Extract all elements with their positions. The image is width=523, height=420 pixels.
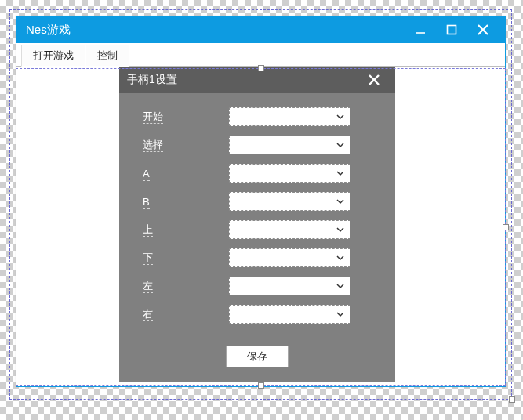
row-b: B	[135, 192, 380, 211]
label-left: 左	[135, 279, 229, 293]
combo-right[interactable]	[229, 305, 350, 324]
row-up: 上	[135, 220, 380, 239]
menu-control-label: 控制	[97, 49, 118, 63]
save-button[interactable]: 保存	[226, 346, 289, 368]
label-down: 下	[135, 251, 229, 265]
combo-select[interactable]	[229, 136, 350, 154]
client-area: 手柄1设置 开始 选择	[16, 67, 505, 386]
close-icon	[366, 72, 382, 88]
row-left: 左	[135, 277, 380, 295]
window-title: Nes游戏	[23, 23, 405, 38]
row-down: 下	[135, 248, 380, 267]
menu-open-game[interactable]: 打开游戏	[21, 45, 85, 67]
dialog-title-bar[interactable]: 手柄1设置	[119, 67, 395, 93]
minimize-button[interactable]	[405, 16, 436, 43]
row-right: 右	[135, 305, 380, 324]
label-up: 上	[135, 223, 229, 237]
maximize-button[interactable]	[436, 16, 467, 43]
chevron-down-icon	[336, 225, 345, 234]
maximize-icon	[445, 24, 458, 36]
close-button[interactable]	[467, 16, 499, 43]
label-a: A	[135, 168, 229, 179]
combo-a[interactable]	[229, 164, 350, 183]
dialog-close-button[interactable]	[361, 67, 387, 93]
menu-control[interactable]: 控制	[85, 45, 129, 67]
chevron-down-icon	[336, 197, 345, 206]
close-icon	[476, 23, 490, 37]
row-select: 选择	[135, 136, 380, 154]
row-a: A	[135, 164, 380, 183]
dialog-body: 开始 选择 A	[119, 93, 395, 346]
title-bar[interactable]: Nes游戏	[16, 16, 505, 43]
label-start: 开始	[135, 110, 229, 124]
dialog-title: 手柄1设置	[127, 73, 361, 87]
svg-rect-1	[448, 26, 456, 34]
combo-down[interactable]	[229, 248, 350, 267]
row-start: 开始	[135, 107, 380, 126]
combo-up[interactable]	[229, 220, 350, 239]
label-b: B	[135, 196, 229, 208]
app-window: Nes游戏 打开游戏 控制 手柄1设置	[16, 16, 506, 387]
menu-bar: 打开游戏 控制	[16, 43, 505, 67]
dialog-footer: 保存	[119, 346, 395, 382]
minimize-icon	[414, 24, 427, 36]
combo-start[interactable]	[229, 107, 350, 126]
chevron-down-icon	[336, 281, 345, 291]
chevron-down-icon	[336, 140, 345, 150]
menu-open-game-label: 打开游戏	[33, 49, 74, 63]
save-button-label: 保存	[247, 350, 267, 362]
chevron-down-icon	[336, 112, 345, 121]
chevron-down-icon	[336, 253, 345, 262]
combo-b[interactable]	[229, 192, 350, 211]
chevron-down-icon	[336, 310, 345, 319]
chevron-down-icon	[336, 168, 345, 178]
combo-left[interactable]	[229, 277, 350, 295]
controller-settings-dialog: 手柄1设置 开始 选择	[119, 67, 395, 382]
label-select: 选择	[135, 138, 229, 152]
label-right: 右	[135, 307, 229, 321]
